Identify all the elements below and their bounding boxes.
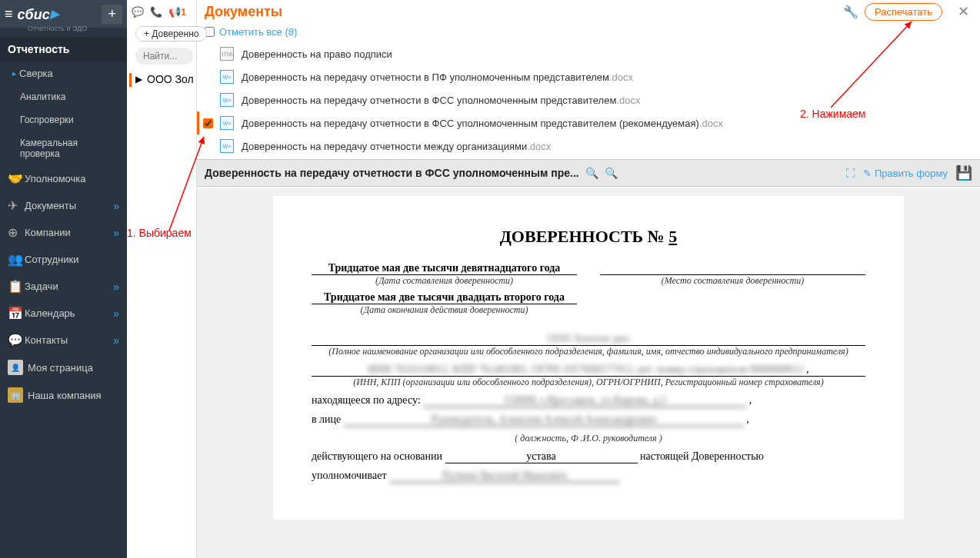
org-blur: ООО Золотое дно (548, 333, 629, 344)
mark-all-row[interactable]: Отметить все (8) (197, 23, 980, 41)
nav-calendar[interactable]: 📅Календарь» (0, 300, 127, 327)
doc-row[interactable]: W≡ Доверенность на передачу отчетности в… (197, 65, 980, 88)
inn-hint: (ИНН, КПП (организации или обособленного… (312, 377, 865, 388)
edit-form-link[interactable]: ✎Править форму (863, 168, 948, 179)
logo-subtitle: Отчетность и ЭДО (0, 25, 127, 32)
place-value (600, 262, 865, 275)
phone-icon[interactable]: 📞 (150, 6, 162, 18)
topbar: 💬 📞 📢1 (127, 0, 196, 23)
menu-icon[interactable]: ≡ (5, 6, 13, 22)
mark-all-label: Отметить все (8) (219, 26, 297, 38)
nav-upolnomochka[interactable]: 🤝Уполномочка (0, 165, 127, 192)
html-icon: HTML (220, 47, 234, 61)
annotation-2: 2. Нажимаем (800, 108, 865, 120)
sidebar: ≡ сбис▸ + Отчетность и ЭДО Отчетность Св… (0, 0, 127, 558)
acting-row: действующего на основании устава настоящ… (312, 450, 865, 463)
doc-name: Доверенность на право подписи (242, 48, 392, 60)
doc-checkbox[interactable] (203, 118, 213, 128)
logo: сбис▸ (18, 4, 58, 24)
nav-ourcompany[interactable]: 🏢Наша компания (0, 381, 127, 409)
auth-row: уполномочивает Пупкин Василий Иванович (312, 470, 865, 483)
pencil-icon: ✎ (863, 168, 872, 179)
word-icon: W≡ (220, 93, 234, 107)
panel-tools: 🔧 Распечатать ✕ (843, 3, 972, 21)
print-button[interactable]: Распечатать (865, 3, 942, 21)
notification-icon[interactable]: 📢1 (168, 6, 186, 18)
add-button[interactable]: + (102, 5, 122, 24)
person-row: в лице Руководитель, Алексеев Алексей Ал… (312, 414, 865, 427)
addr-row: находящееся по адресу: 150000, г.Ярослав… (312, 394, 865, 407)
place-hint: (Место составления доверенности) (600, 275, 865, 287)
doc-row[interactable]: HTML Доверенность на право подписи (197, 42, 980, 65)
handshake-icon: 🤝 (8, 171, 25, 186)
org-hint: (Полное наименование организации или обо… (312, 346, 865, 357)
clipboard-icon: 📋 (8, 279, 25, 294)
nav-tasks[interactable]: 📋Задачи» (0, 273, 127, 300)
panel-header: Документы 🔧 Распечатать ✕ (197, 0, 980, 23)
avatar-icon: 👤 (8, 360, 23, 375)
chevron-icon: » (113, 227, 119, 239)
panel-title: Документы (205, 4, 282, 20)
doc-name: Доверенность на передачу отчетности в ФС… (242, 95, 640, 106)
company-icon: 🏢 (8, 387, 23, 403)
close-icon[interactable]: ✕ (955, 3, 972, 20)
date-hint: (Дата составления доверенности) (312, 275, 577, 287)
inn-blur: ИНН 7610110012, КПП 761401001, ОГРН 1057… (368, 364, 804, 375)
nav-companies[interactable]: ⊕Компании» (0, 219, 127, 246)
word-icon: W≡ (220, 116, 234, 130)
chevron-icon: » (113, 200, 119, 212)
doc-list: HTML Доверенность на право подписи W≡ До… (197, 41, 980, 159)
nav-kameral[interactable]: Камеральная проверка (0, 131, 127, 165)
preview-tools: ⛶ ✎Править форму 💾 (845, 164, 972, 181)
chat-icon[interactable]: 💬 (132, 6, 144, 18)
date-end-hint: (Дата окончания действия доверенности) (312, 304, 577, 316)
zoom-out-icon[interactable]: 🔍 (605, 167, 618, 179)
document-page: ДОВЕРЕННОСТЬ № 5 Тридцатое мая две тысяч… (273, 196, 904, 520)
nav-documents[interactable]: ✈Документы» (0, 192, 127, 219)
search-input[interactable] (135, 48, 193, 65)
nav-mypage[interactable]: 👤Моя страница (0, 354, 127, 381)
section-header[interactable]: Отчетность (0, 37, 127, 61)
person-hint: ( должность, Ф .И.О. руководителя ) (312, 433, 865, 444)
documents-panel: Документы 🔧 Распечатать ✕ Отметить все (… (196, 0, 980, 558)
doc-name: Доверенность на передачу отчетности в ПФ… (242, 71, 633, 83)
org-marker (129, 73, 132, 87)
date-end-value: Тридцатое мая две тысячи двадцать второг… (312, 291, 577, 304)
globe-icon: ⊕ (8, 225, 25, 240)
doc-name: Доверенность на передачу отчетности в ФС… (242, 118, 723, 129)
word-icon: W≡ (220, 139, 234, 153)
chevron-icon: » (113, 307, 119, 320)
org-name: ООО Зол (147, 73, 194, 85)
calendar-icon: 📅 (8, 306, 25, 321)
sidebar-header: ≡ сбис▸ + (0, 0, 127, 28)
expand-icon[interactable]: ⛶ (845, 168, 855, 179)
zoom-in-icon[interactable]: 🔍 (585, 167, 598, 179)
people-icon: 👥 (8, 252, 25, 267)
nav-contacts[interactable]: 💬Контакты» (0, 327, 127, 354)
add-trust-button[interactable]: + Доверенно (135, 26, 207, 42)
wrench-icon[interactable]: 🔧 (843, 5, 858, 19)
preview-scroller[interactable]: ДОВЕРЕННОСТЬ № 5 Тридцатое мая две тысяч… (197, 188, 980, 558)
doc-title: ДОВЕРЕННОСТЬ № 5 (312, 227, 865, 247)
expand-arrow-icon[interactable]: ▶ (135, 74, 142, 85)
preview-bar: Доверенность на передачу отчетности в ФС… (197, 159, 980, 187)
annotation-1: 1. Выбираем (127, 227, 192, 239)
nav-checks[interactable]: Госпроверки (0, 108, 127, 131)
date-value: Тридцатое мая две тысячи девятнадцатого … (312, 262, 577, 275)
org-row[interactable]: ▶ ООО Зол (135, 73, 194, 85)
doc-row[interactable]: W≡ Доверенность на передачу отчетности м… (197, 135, 980, 158)
chevron-icon: » (113, 334, 119, 347)
send-icon: ✈ (8, 198, 25, 213)
word-icon: W≡ (220, 70, 234, 84)
doc-name: Доверенность на передачу отчетности межд… (242, 141, 551, 152)
nav-analytics[interactable]: Аналитика (0, 85, 127, 108)
nav-employees[interactable]: 👥Сотрудники (0, 246, 127, 273)
chat-icon: 💬 (8, 333, 25, 347)
save-icon[interactable]: 💾 (955, 164, 972, 181)
nav-sverka[interactable]: Сверка (0, 61, 127, 85)
preview-title: Доверенность на передачу отчетности в ФС… (205, 167, 579, 179)
chevron-icon: » (113, 281, 119, 293)
